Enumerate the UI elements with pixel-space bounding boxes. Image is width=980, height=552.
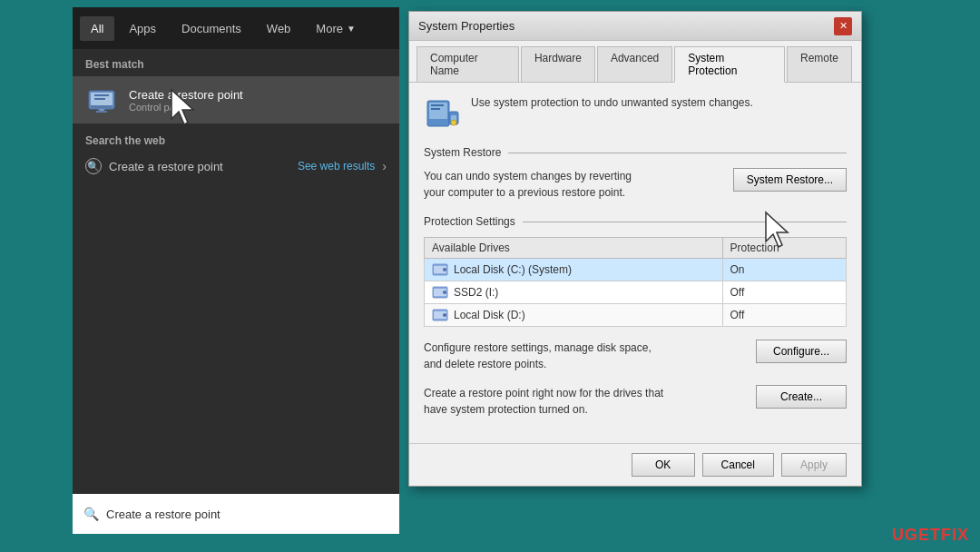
restore-section: You can undo system changes by reverting… — [424, 168, 847, 201]
svg-rect-4 — [94, 98, 105, 100]
best-match-item[interactable]: Create a restore point Control panel — [73, 76, 399, 123]
drive-name: Local Disk (C:) (System) — [454, 263, 572, 276]
web-search-label: Search the web — [85, 134, 387, 147]
protection-settings-header: Protection Settings — [424, 215, 847, 228]
create-description: Create a restore point right now for the… — [424, 385, 745, 418]
system-restore-label: System Restore — [424, 146, 501, 159]
tab-system-protection[interactable]: System Protection — [674, 46, 785, 83]
svg-rect-3 — [94, 94, 109, 96]
chevron-right-icon: › — [382, 159, 387, 173]
best-match-subtitle: Control panel — [129, 102, 243, 113]
see-web-results-link[interactable]: See web results — [298, 160, 375, 172]
web-search-query: Create a restore point — [109, 160, 290, 173]
web-search-item[interactable]: 🔍 Create a restore point See web results… — [85, 153, 387, 180]
start-tabs: All Apps Documents Web More ▼ — [73, 7, 399, 49]
tab-hardware[interactable]: Hardware — [521, 46, 595, 82]
best-match-label: Best match — [73, 49, 399, 76]
drives-table: Available Drives Protection — [424, 237, 847, 327]
system-protection-icon — [424, 95, 460, 132]
protection-settings: Available Drives Protection — [424, 237, 847, 327]
protection-status: Off — [722, 304, 846, 327]
tab-remote[interactable]: Remote — [787, 46, 852, 82]
drive-name: Local Disk (D:) — [454, 309, 525, 321]
create-section: Create a restore point right now for the… — [424, 385, 847, 418]
svg-point-22 — [443, 313, 446, 317]
web-search-section: Search the web 🔍 Create a restore point … — [73, 123, 399, 185]
tab-computer-name[interactable]: Computer Name — [416, 46, 519, 82]
create-button[interactable]: Create... — [756, 385, 847, 409]
chevron-down-icon: ▼ — [347, 24, 356, 34]
restore-point-icon — [85, 84, 118, 116]
tab-apps[interactable]: Apps — [118, 16, 167, 41]
tab-all[interactable]: All — [80, 16, 114, 41]
dialog-footer: OK Cancel Apply — [409, 443, 861, 486]
divider-line — [508, 153, 847, 153]
svg-point-19 — [443, 291, 446, 294]
tab-more[interactable]: More ▼ — [305, 16, 367, 41]
search-bar: 🔍 — [73, 494, 399, 534]
col-drives: Available Drives — [425, 238, 723, 259]
system-restore-button-wrapper: System Restore... — [733, 168, 847, 192]
dialog-header-text: Use system protection to undo unwanted s… — [471, 95, 753, 111]
drive-cell: Local Disk (D:) — [425, 304, 723, 327]
svg-point-16 — [443, 268, 446, 271]
watermark-text-accent: FIX — [941, 526, 969, 544]
dialog-header: Use system protection to undo unwanted s… — [424, 95, 847, 132]
drive-name: SSD2 (I:) — [454, 286, 498, 299]
system-restore-button[interactable]: System Restore... — [733, 168, 847, 192]
configure-description: Configure restore settings, manage disk … — [424, 340, 745, 372]
svg-rect-5 — [96, 111, 107, 113]
search-circle-icon: 🔍 — [85, 158, 102, 174]
divider-line2 — [523, 222, 847, 222]
svg-rect-12 — [431, 108, 440, 110]
start-panel: All Apps Documents Web More ▼ Best match — [73, 7, 399, 534]
ok-button[interactable]: OK — [632, 453, 695, 477]
svg-point-13 — [451, 120, 456, 125]
tab-web[interactable]: Web — [256, 16, 302, 41]
disk-icon — [432, 308, 448, 322]
drive-cell: Local Disk (C:) (System) — [425, 259, 723, 281]
protection-settings-label: Protection Settings — [424, 215, 515, 228]
drive-cell: SSD2 (I:) — [425, 281, 723, 304]
dialog-tabs: Computer Name Hardware Advanced System P… — [409, 41, 861, 83]
configure-section: Configure restore settings, manage disk … — [424, 340, 847, 372]
protection-status: Off — [722, 281, 846, 304]
svg-rect-11 — [431, 104, 444, 106]
dialog-title: System Properties — [418, 19, 514, 33]
tab-advanced[interactable]: Advanced — [597, 46, 672, 82]
search-icon: 🔍 — [83, 507, 99, 521]
search-input[interactable] — [106, 508, 388, 521]
watermark-text-normal: UGET — [892, 526, 941, 544]
configure-button[interactable]: Configure... — [756, 340, 847, 363]
svg-rect-2 — [91, 105, 113, 108]
best-match-title: Create a restore point — [129, 88, 243, 102]
table-row[interactable]: SSD2 (I:) Off — [425, 281, 847, 304]
dialog-content: Use system protection to undo unwanted s… — [409, 83, 861, 443]
col-protection: Protection — [722, 238, 846, 259]
disk-icon — [432, 262, 448, 277]
close-button[interactable]: ✕ — [834, 17, 852, 35]
table-row[interactable]: Local Disk (C:) (System) On — [425, 259, 847, 281]
watermark: UGETFIX — [892, 526, 969, 545]
best-match-text: Create a restore point Control panel — [129, 88, 243, 113]
tab-documents[interactable]: Documents — [171, 16, 252, 41]
dialog-titlebar: System Properties ✕ — [409, 12, 861, 41]
protection-status: On — [722, 259, 846, 281]
system-properties-dialog: System Properties ✕ Computer Name Hardwa… — [408, 11, 862, 487]
system-restore-section-header: System Restore — [424, 146, 847, 159]
restore-description: You can undo system changes by reverting… — [424, 168, 722, 201]
table-row[interactable]: Local Disk (D:) Off — [425, 304, 847, 327]
disk-icon — [432, 285, 448, 300]
apply-button[interactable]: Apply — [781, 453, 847, 477]
cancel-button[interactable]: Cancel — [702, 453, 774, 477]
search-results: Best match Create a restore point Contro… — [73, 49, 399, 494]
